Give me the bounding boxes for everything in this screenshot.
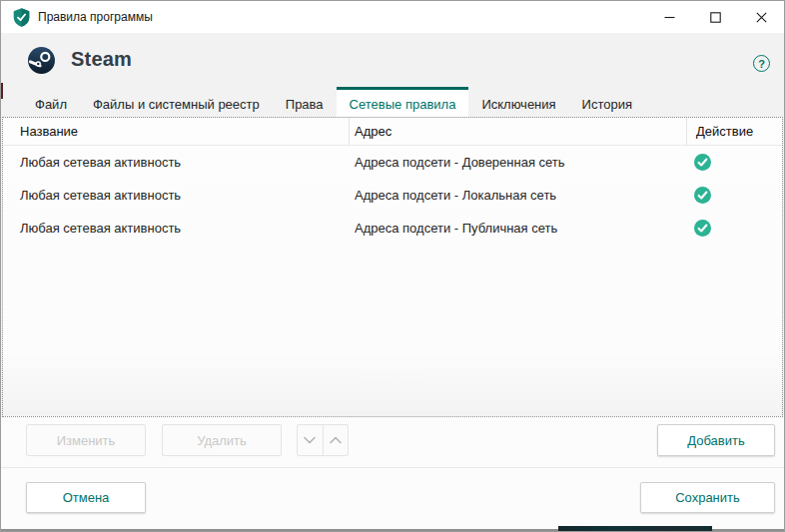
tab-history[interactable]: История — [569, 87, 645, 118]
allowed-check-icon — [694, 220, 711, 237]
rule-address: Адреса подсети - Публичная сеть — [355, 221, 557, 236]
column-header-address[interactable]: Адрес — [355, 124, 392, 139]
table-row[interactable]: Любая сетевая активность Адреса подсети … — [3, 146, 782, 179]
table-header-row: Название Адрес Действие — [3, 118, 782, 146]
chevron-down-icon — [304, 436, 316, 444]
table-row[interactable]: Любая сетевая активность Адреса подсети … — [3, 212, 782, 245]
dialog-footer: Отмена Сохранить — [1, 468, 784, 531]
close-button[interactable] — [738, 1, 784, 33]
tab-bar: Файл Файлы и системный реестр Права Сете… — [1, 87, 784, 118]
edit-button[interactable]: Изменить — [26, 424, 146, 456]
column-divider — [686, 118, 687, 145]
tab-rights[interactable]: Права — [273, 87, 337, 118]
cancel-button[interactable]: Отмена — [26, 482, 146, 513]
background-bleed — [1, 83, 3, 99]
allowed-check-icon — [694, 154, 711, 171]
table-row[interactable]: Любая сетевая активность Адреса подсети … — [3, 179, 782, 212]
window-title: Правила программы — [38, 10, 153, 24]
kaspersky-shield-icon — [13, 8, 30, 27]
column-divider — [349, 118, 350, 145]
help-icon[interactable]: ? — [753, 55, 770, 72]
move-up-button[interactable] — [323, 425, 349, 455]
tab-exclusions[interactable]: Исключения — [468, 87, 568, 118]
move-down-button[interactable] — [298, 425, 323, 455]
steam-logo-icon — [28, 47, 55, 74]
rule-name: Любая сетевая активность — [20, 155, 181, 170]
column-header-action[interactable]: Действие — [696, 124, 753, 139]
app-header: Steam ? — [1, 33, 784, 87]
tab-network-rules[interactable]: Сетевые правила — [337, 87, 469, 118]
background-window-sliver — [558, 526, 712, 531]
minimize-button[interactable] — [646, 1, 692, 33]
app-name: Steam — [71, 48, 132, 71]
tab-files-and-registry[interactable]: Файлы и системный реестр — [80, 87, 273, 118]
rule-address: Адреса подсети - Локальная сеть — [355, 188, 556, 203]
add-button[interactable]: Добавить — [657, 424, 775, 456]
rule-name: Любая сетевая активность — [20, 188, 181, 203]
program-rules-dialog: Правила программы S — [0, 0, 785, 532]
save-button[interactable]: Сохранить — [640, 482, 775, 513]
column-header-name[interactable]: Название — [20, 124, 78, 139]
tab-file[interactable]: Файл — [22, 87, 80, 118]
maximize-button[interactable] — [692, 1, 738, 33]
reorder-buttons — [297, 424, 349, 456]
table-toolbar: Изменить Удалить Добавить — [1, 417, 784, 467]
delete-button[interactable]: Удалить — [162, 424, 282, 456]
chevron-up-icon — [330, 436, 342, 444]
rule-address: Адреса подсети - Доверенная сеть — [355, 155, 565, 170]
allowed-check-icon — [694, 187, 711, 204]
rule-name: Любая сетевая активность — [20, 221, 181, 236]
rules-table: Название Адрес Действие Любая сетевая ак… — [2, 117, 783, 417]
title-bar: Правила программы — [1, 1, 784, 33]
